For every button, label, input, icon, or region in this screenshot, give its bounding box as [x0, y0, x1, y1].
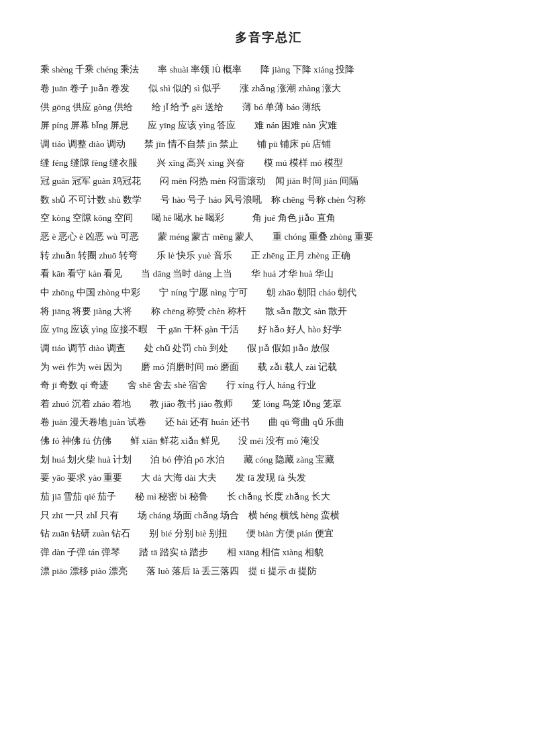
content-line: 空 kòng 空隙 kōng 空间 喝 hē 喝水 hè 喝彩 角 jué 角色…	[40, 209, 497, 227]
content-line: 缝 féng 缝隙 fèng 缝衣服 兴 xīng 高兴 xìng 兴奋 模 m…	[40, 154, 497, 172]
page-title: 多音字总汇	[40, 27, 497, 49]
content-line: 供 gōng 供应 gòng 供给 给 jǐ 给予 gěi 送给 薄 bó 单薄…	[40, 99, 497, 116]
content-area: 乘 shèng 千乘 chéng 乘法 率 shuài 率领 lǜ 概率 降 j…	[40, 61, 497, 579]
content-line: 着 zhuó 沉着 zháo 着地 教 jiāo 教书 jiào 教师 笼 ló…	[40, 395, 497, 413]
content-line: 应 yīng 应该 yìng 应接不暇 干 gān 干杯 gàn 干活 好 hǎ…	[40, 321, 497, 338]
content-line: 恶 è 恶心 è 凶恶 wù 可恶 蒙 méng 蒙古 mēng 蒙人 重 ch…	[40, 228, 497, 246]
content-line: 奇 jī 奇数 qí 奇迹 舍 shě 舍去 shè 宿舍 行 xíng 行人 …	[40, 377, 497, 394]
content-line: 转 zhuǎn 转圈 zhuō 转弯 乐 lè 快乐 yuè 音乐 正 zhēn…	[40, 247, 497, 265]
content-line: 卷 juān 漫天卷地 juàn 试卷 还 hái 还有 huán 还书 曲 q…	[40, 414, 497, 431]
content-line: 茄 jiā 雪茄 qié 茄子 秘 mì 秘密 bì 秘鲁 长 chǎng 长度…	[40, 488, 497, 506]
content-line: 冠 guān 冠军 guàn 鸡冠花 闷 mēn 闷热 mèn 闷雷滚动 闻 j…	[40, 173, 497, 190]
content-line: 佛 fó 神佛 fú 仿佛 鲜 xiān 鲜花 xiǎn 鲜见 没 méi 没有…	[40, 432, 497, 450]
content-line: 弹 dàn 子弹 tán 弹琴 踏 tā 踏实 tà 踏步 相 xiāng 相信…	[40, 544, 497, 561]
content-line: 划 huá 划火柴 huà 计划 泊 bó 停泊 pō 水泊 藏 cóng 隐藏…	[40, 451, 497, 469]
content-line: 卷 juān 卷子 juǎn 卷发 似 shì 似的 sì 似乎 涨 zhǎng…	[40, 80, 497, 97]
content-line: 看 kān 看守 kàn 看见 当 dāng 当时 dàng 上当 华 huá …	[40, 265, 497, 283]
content-line: 漂 piāo 漂移 piào 漂亮 落 luò 落后 là 丢三落四 提 tí …	[40, 563, 497, 580]
content-line: 乘 shèng 千乘 chéng 乘法 率 shuài 率领 lǜ 概率 降 j…	[40, 61, 497, 79]
content-line: 要 yāo 要求 yào 重要 大 dà 大海 dài 大夫 发 fā 发现 f…	[40, 469, 497, 487]
content-line: 调 tiáo 调节 diào 调查 处 chǔ 处罚 chù 到处 假 jiǎ …	[40, 340, 497, 357]
content-line: 为 wéi 作为 wèi 因为 磨 mó 消磨时间 mò 磨面 载 zǎi 载人…	[40, 359, 497, 376]
content-line: 数 shǔ 不可计数 shù 数学 号 hào 号子 háo 风号浪吼 称 ch…	[40, 191, 497, 209]
content-line: 屏 píng 屏幕 bǐng 屏息 应 yīng 应该 yìng 答应 难 ná…	[40, 117, 497, 134]
content-line: 钻 zuān 钻研 zuàn 钻石 别 bié 分别 biè 别扭 便 biàn…	[40, 525, 497, 542]
content-line: 中 zhōng 中国 zhòng 中彩 宁 níng 宁愿 nìng 宁可 朝 …	[40, 284, 497, 301]
content-line: 调 tiáo 调整 diào 调动 禁 jīn 情不自禁 jìn 禁止 铺 pū…	[40, 136, 497, 153]
content-line: 只 zhī 一只 zhǐ 只有 场 cháng 场面 chǎng 场合 横 hé…	[40, 507, 497, 524]
content-line: 将 jiāng 将要 jiàng 大将 称 chēng 称赞 chèn 称杆 散…	[40, 303, 497, 320]
